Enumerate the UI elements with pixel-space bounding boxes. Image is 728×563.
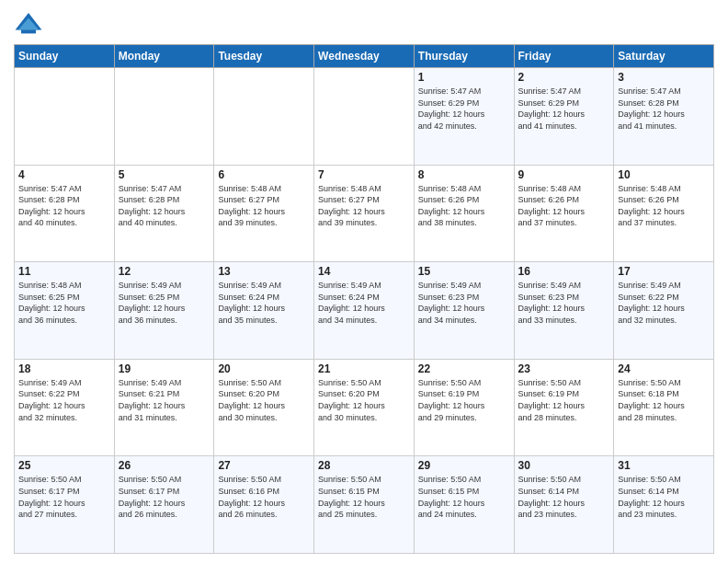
day-number: 27 (218, 459, 310, 472)
cell-info: Sunrise: 5:50 AM Sunset: 6:20 PM Dayligh… (218, 377, 310, 423)
cell-info: Sunrise: 5:49 AM Sunset: 6:21 PM Dayligh… (119, 377, 210, 423)
calendar-cell: 6Sunrise: 5:48 AM Sunset: 6:27 PM Daylig… (214, 165, 314, 262)
cell-info: Sunrise: 5:47 AM Sunset: 6:29 PM Dayligh… (418, 86, 510, 132)
calendar-cell: 12Sunrise: 5:49 AM Sunset: 6:25 PM Dayli… (114, 262, 214, 360)
day-number: 19 (119, 362, 210, 375)
calendar-cell: 16Sunrise: 5:49 AM Sunset: 6:23 PM Dayli… (514, 262, 614, 360)
day-number: 10 (618, 168, 710, 181)
cell-info: Sunrise: 5:48 AM Sunset: 6:27 PM Dayligh… (318, 183, 410, 229)
day-header-thursday: Thursday (414, 45, 514, 68)
day-number: 3 (618, 71, 710, 84)
calendar-cell: 7Sunrise: 5:48 AM Sunset: 6:27 PM Daylig… (314, 165, 415, 262)
day-number: 26 (119, 459, 210, 472)
cell-info: Sunrise: 5:47 AM Sunset: 6:28 PM Dayligh… (119, 183, 210, 229)
calendar-week-1: 1Sunrise: 5:47 AM Sunset: 6:29 PM Daylig… (15, 68, 714, 166)
calendar-cell: 14Sunrise: 5:49 AM Sunset: 6:24 PM Dayli… (314, 262, 415, 360)
day-number: 9 (518, 168, 610, 181)
cell-info: Sunrise: 5:49 AM Sunset: 6:24 PM Dayligh… (318, 280, 410, 326)
calendar-cell: 5Sunrise: 5:47 AM Sunset: 6:28 PM Daylig… (114, 165, 214, 262)
cell-info: Sunrise: 5:50 AM Sunset: 6:15 PM Dayligh… (418, 474, 510, 520)
day-number: 8 (418, 168, 510, 181)
calendar-header-row: SundayMondayTuesdayWednesdayThursdayFrid… (15, 45, 714, 68)
day-number: 12 (119, 265, 210, 278)
cell-info: Sunrise: 5:49 AM Sunset: 6:22 PM Dayligh… (618, 280, 710, 326)
cell-info: Sunrise: 5:48 AM Sunset: 6:27 PM Dayligh… (218, 183, 310, 229)
header (14, 9, 714, 39)
calendar-cell: 15Sunrise: 5:49 AM Sunset: 6:23 PM Dayli… (414, 262, 514, 360)
calendar-cell: 30Sunrise: 5:50 AM Sunset: 6:14 PM Dayli… (514, 456, 614, 554)
cell-info: Sunrise: 5:50 AM Sunset: 6:17 PM Dayligh… (119, 474, 210, 520)
day-header-wednesday: Wednesday (314, 45, 415, 68)
calendar-cell: 17Sunrise: 5:49 AM Sunset: 6:22 PM Dayli… (614, 262, 714, 360)
day-number: 23 (518, 362, 610, 375)
day-number: 24 (618, 362, 710, 375)
cell-info: Sunrise: 5:50 AM Sunset: 6:15 PM Dayligh… (318, 474, 410, 520)
day-number: 1 (418, 71, 510, 84)
calendar: SundayMondayTuesdayWednesdayThursdayFrid… (14, 44, 714, 554)
cell-info: Sunrise: 5:50 AM Sunset: 6:19 PM Dayligh… (418, 377, 510, 423)
cell-info: Sunrise: 5:48 AM Sunset: 6:25 PM Dayligh… (18, 280, 110, 326)
day-number: 16 (518, 265, 610, 278)
day-number: 11 (18, 265, 110, 278)
cell-info: Sunrise: 5:49 AM Sunset: 6:25 PM Dayligh… (119, 280, 210, 326)
calendar-cell: 2Sunrise: 5:47 AM Sunset: 6:29 PM Daylig… (514, 68, 614, 166)
cell-info: Sunrise: 5:49 AM Sunset: 6:23 PM Dayligh… (518, 280, 610, 326)
day-number: 17 (618, 265, 710, 278)
cell-info: Sunrise: 5:49 AM Sunset: 6:22 PM Dayligh… (18, 377, 110, 423)
calendar-cell: 31Sunrise: 5:50 AM Sunset: 6:14 PM Dayli… (614, 456, 714, 554)
calendar-cell (314, 68, 415, 166)
day-number: 13 (218, 265, 310, 278)
day-number: 4 (18, 168, 110, 181)
day-number: 5 (119, 168, 210, 181)
calendar-cell: 9Sunrise: 5:48 AM Sunset: 6:26 PM Daylig… (514, 165, 614, 262)
day-number: 25 (18, 459, 110, 472)
calendar-cell: 28Sunrise: 5:50 AM Sunset: 6:15 PM Dayli… (314, 456, 415, 554)
calendar-week-2: 4Sunrise: 5:47 AM Sunset: 6:28 PM Daylig… (15, 165, 714, 262)
cell-info: Sunrise: 5:50 AM Sunset: 6:19 PM Dayligh… (518, 377, 610, 423)
day-number: 21 (318, 362, 410, 375)
day-number: 6 (218, 168, 310, 181)
day-number: 2 (518, 71, 610, 84)
calendar-week-4: 18Sunrise: 5:49 AM Sunset: 6:22 PM Dayli… (15, 359, 714, 456)
calendar-week-3: 11Sunrise: 5:48 AM Sunset: 6:25 PM Dayli… (15, 262, 714, 360)
cell-info: Sunrise: 5:47 AM Sunset: 6:28 PM Dayligh… (18, 183, 110, 229)
day-number: 22 (418, 362, 510, 375)
calendar-cell: 23Sunrise: 5:50 AM Sunset: 6:19 PM Dayli… (514, 359, 614, 456)
calendar-cell: 13Sunrise: 5:49 AM Sunset: 6:24 PM Dayli… (214, 262, 314, 360)
logo-icon (14, 9, 43, 39)
page: SundayMondayTuesdayWednesdayThursdayFrid… (0, 0, 728, 563)
calendar-week-5: 25Sunrise: 5:50 AM Sunset: 6:17 PM Dayli… (15, 456, 714, 554)
day-number: 7 (318, 168, 410, 181)
calendar-cell: 11Sunrise: 5:48 AM Sunset: 6:25 PM Dayli… (15, 262, 115, 360)
day-header-saturday: Saturday (614, 45, 714, 68)
logo (14, 9, 47, 39)
calendar-cell: 4Sunrise: 5:47 AM Sunset: 6:28 PM Daylig… (15, 165, 115, 262)
day-number: 20 (218, 362, 310, 375)
calendar-cell: 25Sunrise: 5:50 AM Sunset: 6:17 PM Dayli… (15, 456, 115, 554)
cell-info: Sunrise: 5:48 AM Sunset: 6:26 PM Dayligh… (418, 183, 510, 229)
calendar-cell: 3Sunrise: 5:47 AM Sunset: 6:28 PM Daylig… (614, 68, 714, 166)
cell-info: Sunrise: 5:49 AM Sunset: 6:23 PM Dayligh… (418, 280, 510, 326)
cell-info: Sunrise: 5:50 AM Sunset: 6:18 PM Dayligh… (618, 377, 710, 423)
calendar-cell (214, 68, 314, 166)
calendar-cell: 22Sunrise: 5:50 AM Sunset: 6:19 PM Dayli… (414, 359, 514, 456)
cell-info: Sunrise: 5:47 AM Sunset: 6:29 PM Dayligh… (518, 86, 610, 132)
cell-info: Sunrise: 5:50 AM Sunset: 6:20 PM Dayligh… (318, 377, 410, 423)
calendar-cell: 18Sunrise: 5:49 AM Sunset: 6:22 PM Dayli… (15, 359, 115, 456)
day-number: 28 (318, 459, 410, 472)
day-header-sunday: Sunday (15, 45, 115, 68)
calendar-cell: 29Sunrise: 5:50 AM Sunset: 6:15 PM Dayli… (414, 456, 514, 554)
cell-info: Sunrise: 5:50 AM Sunset: 6:14 PM Dayligh… (618, 474, 710, 520)
day-number: 29 (418, 459, 510, 472)
cell-info: Sunrise: 5:48 AM Sunset: 6:26 PM Dayligh… (618, 183, 710, 229)
svg-rect-2 (21, 29, 36, 33)
calendar-cell: 10Sunrise: 5:48 AM Sunset: 6:26 PM Dayli… (614, 165, 714, 262)
calendar-cell: 26Sunrise: 5:50 AM Sunset: 6:17 PM Dayli… (114, 456, 214, 554)
calendar-cell: 19Sunrise: 5:49 AM Sunset: 6:21 PM Dayli… (114, 359, 214, 456)
calendar-cell: 1Sunrise: 5:47 AM Sunset: 6:29 PM Daylig… (414, 68, 514, 166)
cell-info: Sunrise: 5:48 AM Sunset: 6:26 PM Dayligh… (518, 183, 610, 229)
cell-info: Sunrise: 5:50 AM Sunset: 6:16 PM Dayligh… (218, 474, 310, 520)
calendar-cell: 21Sunrise: 5:50 AM Sunset: 6:20 PM Dayli… (314, 359, 415, 456)
day-number: 14 (318, 265, 410, 278)
day-header-friday: Friday (514, 45, 614, 68)
